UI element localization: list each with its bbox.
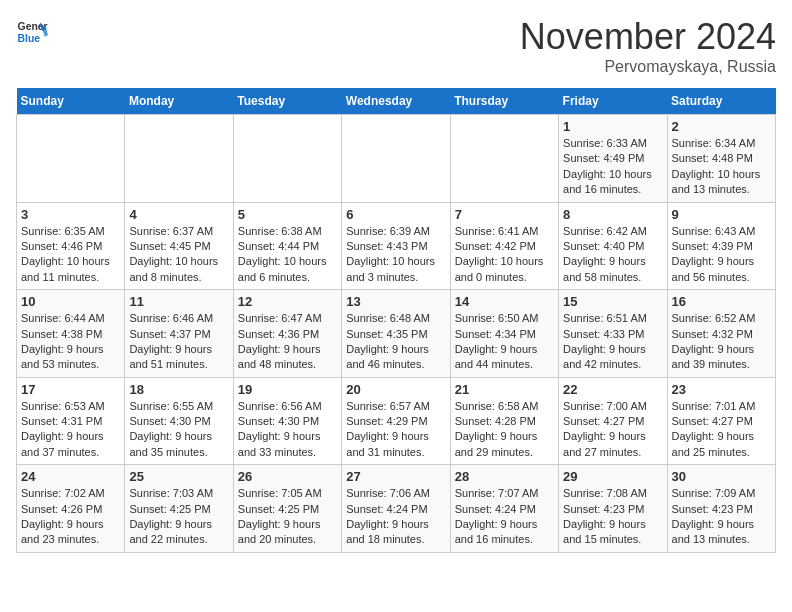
day-number: 22: [563, 382, 662, 397]
day-number: 23: [672, 382, 771, 397]
day-number: 4: [129, 207, 228, 222]
day-number: 7: [455, 207, 554, 222]
day-cell: 2Sunrise: 6:34 AM Sunset: 4:48 PM Daylig…: [667, 115, 775, 203]
svg-text:Blue: Blue: [18, 33, 41, 44]
day-cell: 13Sunrise: 6:48 AM Sunset: 4:35 PM Dayli…: [342, 290, 450, 378]
day-number: 10: [21, 294, 120, 309]
day-cell: 26Sunrise: 7:05 AM Sunset: 4:25 PM Dayli…: [233, 465, 341, 553]
day-cell: 27Sunrise: 7:06 AM Sunset: 4:24 PM Dayli…: [342, 465, 450, 553]
day-cell: [125, 115, 233, 203]
day-cell: 24Sunrise: 7:02 AM Sunset: 4:26 PM Dayli…: [17, 465, 125, 553]
day-info: Sunrise: 6:35 AM Sunset: 4:46 PM Dayligh…: [21, 224, 120, 286]
week-row-5: 24Sunrise: 7:02 AM Sunset: 4:26 PM Dayli…: [17, 465, 776, 553]
day-cell: 20Sunrise: 6:57 AM Sunset: 4:29 PM Dayli…: [342, 377, 450, 465]
logo: General Blue: [16, 16, 48, 48]
day-info: Sunrise: 6:52 AM Sunset: 4:32 PM Dayligh…: [672, 311, 771, 373]
day-info: Sunrise: 6:38 AM Sunset: 4:44 PM Dayligh…: [238, 224, 337, 286]
day-info: Sunrise: 7:09 AM Sunset: 4:23 PM Dayligh…: [672, 486, 771, 548]
day-cell: 6Sunrise: 6:39 AM Sunset: 4:43 PM Daylig…: [342, 202, 450, 290]
day-number: 27: [346, 469, 445, 484]
day-number: 19: [238, 382, 337, 397]
week-row-3: 10Sunrise: 6:44 AM Sunset: 4:38 PM Dayli…: [17, 290, 776, 378]
day-header-thursday: Thursday: [450, 88, 558, 115]
page-header: General Blue November 2024 Pervomayskaya…: [16, 16, 776, 76]
day-number: 29: [563, 469, 662, 484]
day-cell: 7Sunrise: 6:41 AM Sunset: 4:42 PM Daylig…: [450, 202, 558, 290]
day-cell: 29Sunrise: 7:08 AM Sunset: 4:23 PM Dayli…: [559, 465, 667, 553]
day-cell: [450, 115, 558, 203]
day-cell: 16Sunrise: 6:52 AM Sunset: 4:32 PM Dayli…: [667, 290, 775, 378]
day-number: 21: [455, 382, 554, 397]
day-cell: 28Sunrise: 7:07 AM Sunset: 4:24 PM Dayli…: [450, 465, 558, 553]
day-info: Sunrise: 6:48 AM Sunset: 4:35 PM Dayligh…: [346, 311, 445, 373]
day-info: Sunrise: 6:39 AM Sunset: 4:43 PM Dayligh…: [346, 224, 445, 286]
month-title: November 2024: [520, 16, 776, 58]
day-header-saturday: Saturday: [667, 88, 775, 115]
day-cell: 19Sunrise: 6:56 AM Sunset: 4:30 PM Dayli…: [233, 377, 341, 465]
calendar-table: SundayMondayTuesdayWednesdayThursdayFrid…: [16, 88, 776, 553]
day-info: Sunrise: 6:55 AM Sunset: 4:30 PM Dayligh…: [129, 399, 228, 461]
day-header-sunday: Sunday: [17, 88, 125, 115]
day-info: Sunrise: 7:01 AM Sunset: 4:27 PM Dayligh…: [672, 399, 771, 461]
day-number: 11: [129, 294, 228, 309]
day-info: Sunrise: 7:00 AM Sunset: 4:27 PM Dayligh…: [563, 399, 662, 461]
day-info: Sunrise: 6:42 AM Sunset: 4:40 PM Dayligh…: [563, 224, 662, 286]
week-row-1: 1Sunrise: 6:33 AM Sunset: 4:49 PM Daylig…: [17, 115, 776, 203]
week-row-2: 3Sunrise: 6:35 AM Sunset: 4:46 PM Daylig…: [17, 202, 776, 290]
day-cell: 3Sunrise: 6:35 AM Sunset: 4:46 PM Daylig…: [17, 202, 125, 290]
day-header-monday: Monday: [125, 88, 233, 115]
week-row-4: 17Sunrise: 6:53 AM Sunset: 4:31 PM Dayli…: [17, 377, 776, 465]
day-info: Sunrise: 7:03 AM Sunset: 4:25 PM Dayligh…: [129, 486, 228, 548]
day-info: Sunrise: 6:37 AM Sunset: 4:45 PM Dayligh…: [129, 224, 228, 286]
day-info: Sunrise: 6:33 AM Sunset: 4:49 PM Dayligh…: [563, 136, 662, 198]
day-number: 24: [21, 469, 120, 484]
day-cell: 25Sunrise: 7:03 AM Sunset: 4:25 PM Dayli…: [125, 465, 233, 553]
day-number: 14: [455, 294, 554, 309]
day-info: Sunrise: 6:41 AM Sunset: 4:42 PM Dayligh…: [455, 224, 554, 286]
day-number: 28: [455, 469, 554, 484]
day-cell: 9Sunrise: 6:43 AM Sunset: 4:39 PM Daylig…: [667, 202, 775, 290]
day-number: 12: [238, 294, 337, 309]
day-info: Sunrise: 7:07 AM Sunset: 4:24 PM Dayligh…: [455, 486, 554, 548]
title-block: November 2024 Pervomayskaya, Russia: [520, 16, 776, 76]
day-info: Sunrise: 6:43 AM Sunset: 4:39 PM Dayligh…: [672, 224, 771, 286]
day-info: Sunrise: 6:53 AM Sunset: 4:31 PM Dayligh…: [21, 399, 120, 461]
day-cell: 11Sunrise: 6:46 AM Sunset: 4:37 PM Dayli…: [125, 290, 233, 378]
day-number: 1: [563, 119, 662, 134]
logo-icon: General Blue: [16, 16, 48, 48]
day-cell: 1Sunrise: 6:33 AM Sunset: 4:49 PM Daylig…: [559, 115, 667, 203]
day-info: Sunrise: 6:47 AM Sunset: 4:36 PM Dayligh…: [238, 311, 337, 373]
day-cell: 8Sunrise: 6:42 AM Sunset: 4:40 PM Daylig…: [559, 202, 667, 290]
day-cell: 22Sunrise: 7:00 AM Sunset: 4:27 PM Dayli…: [559, 377, 667, 465]
day-number: 20: [346, 382, 445, 397]
day-info: Sunrise: 6:50 AM Sunset: 4:34 PM Dayligh…: [455, 311, 554, 373]
day-cell: 17Sunrise: 6:53 AM Sunset: 4:31 PM Dayli…: [17, 377, 125, 465]
day-number: 3: [21, 207, 120, 222]
day-cell: 30Sunrise: 7:09 AM Sunset: 4:23 PM Dayli…: [667, 465, 775, 553]
location-subtitle: Pervomayskaya, Russia: [520, 58, 776, 76]
day-cell: 10Sunrise: 6:44 AM Sunset: 4:38 PM Dayli…: [17, 290, 125, 378]
day-number: 25: [129, 469, 228, 484]
day-info: Sunrise: 7:05 AM Sunset: 4:25 PM Dayligh…: [238, 486, 337, 548]
day-cell: 12Sunrise: 6:47 AM Sunset: 4:36 PM Dayli…: [233, 290, 341, 378]
day-info: Sunrise: 7:02 AM Sunset: 4:26 PM Dayligh…: [21, 486, 120, 548]
day-number: 6: [346, 207, 445, 222]
calendar-body: 1Sunrise: 6:33 AM Sunset: 4:49 PM Daylig…: [17, 115, 776, 553]
day-cell: 21Sunrise: 6:58 AM Sunset: 4:28 PM Dayli…: [450, 377, 558, 465]
day-info: Sunrise: 6:58 AM Sunset: 4:28 PM Dayligh…: [455, 399, 554, 461]
day-cell: 4Sunrise: 6:37 AM Sunset: 4:45 PM Daylig…: [125, 202, 233, 290]
day-info: Sunrise: 6:51 AM Sunset: 4:33 PM Dayligh…: [563, 311, 662, 373]
day-header-friday: Friday: [559, 88, 667, 115]
day-number: 13: [346, 294, 445, 309]
day-number: 30: [672, 469, 771, 484]
day-number: 2: [672, 119, 771, 134]
day-number: 18: [129, 382, 228, 397]
day-number: 17: [21, 382, 120, 397]
day-info: Sunrise: 7:08 AM Sunset: 4:23 PM Dayligh…: [563, 486, 662, 548]
day-info: Sunrise: 6:34 AM Sunset: 4:48 PM Dayligh…: [672, 136, 771, 198]
day-header-wednesday: Wednesday: [342, 88, 450, 115]
day-cell: 5Sunrise: 6:38 AM Sunset: 4:44 PM Daylig…: [233, 202, 341, 290]
day-info: Sunrise: 6:56 AM Sunset: 4:30 PM Dayligh…: [238, 399, 337, 461]
day-cell: 14Sunrise: 6:50 AM Sunset: 4:34 PM Dayli…: [450, 290, 558, 378]
day-header-tuesday: Tuesday: [233, 88, 341, 115]
